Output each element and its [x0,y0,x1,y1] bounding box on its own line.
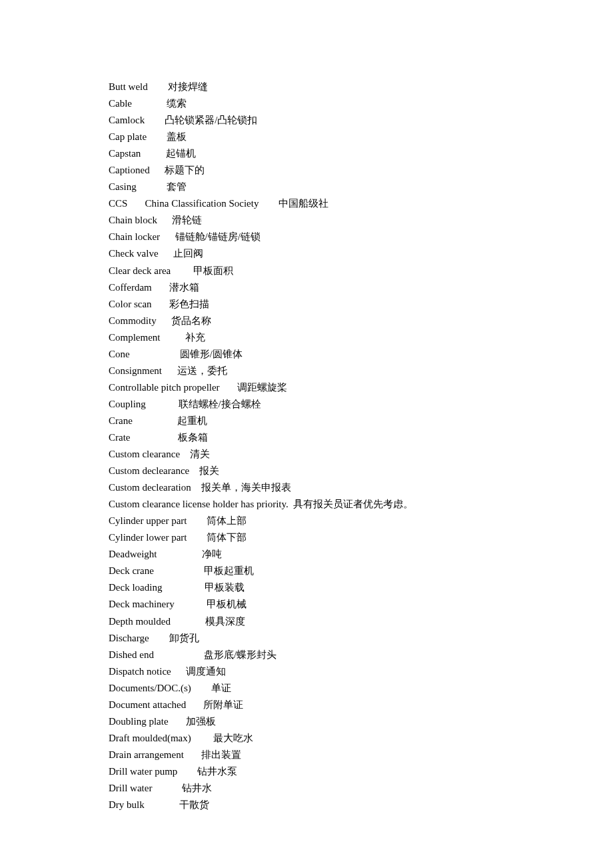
glossary-entry: Cylinder upper part 筒体上部 [109,513,506,529]
glossary-entry: Cylinder lower part 筒体下部 [109,529,506,546]
glossary-entry: Deck machinery 甲板机械 [109,596,506,613]
glossary-entry: Discharge 卸货孔 [109,630,506,647]
glossary-entry: Dished end 盘形底/蝶形封头 [109,647,506,663]
glossary-entry: Crate 板条箱 [109,429,506,446]
glossary-entry: Draft moulded(max) 最大吃水 [109,730,506,747]
glossary-entry: Deck loading 甲板装载 [109,579,506,596]
glossary-entry: Crane 起重机 [109,413,506,429]
glossary-entry: Custom declearation 报关单，海关申报表 [109,479,506,496]
glossary-entry: Dispatch notice 调度通知 [109,663,506,680]
glossary-entry: Butt weld 对接焊缝 [109,79,506,95]
glossary-entry: Chain block 滑轮链 [109,212,506,229]
glossary-entry: Deck crane 甲板起重机 [109,563,506,579]
glossary-entry: Custom clearance license holder has prio… [109,496,506,513]
glossary-entry: Cable 缆索 [109,95,506,112]
glossary-entry: Depth moulded 模具深度 [109,613,506,630]
glossary-entry: Coupling 联结螺栓/接合螺栓 [109,396,506,413]
glossary-entry: Documents/DOC.(s) 单证 [109,680,506,697]
glossary-entry: Dry bulk 干散货 [109,797,506,813]
glossary-entry: Casing 套管 [109,179,506,195]
glossary-entry: Deadweight 净吨 [109,546,506,563]
glossary-list: Butt weld 对接焊缝Cable 缆索Camlock 凸轮锁紧器/凸轮锁扣… [109,79,506,813]
glossary-entry: CCS China Classification Society 中国船级社 [109,195,506,212]
glossary-entry: Clear deck area 甲板面积 [109,263,506,279]
glossary-entry: Doubling plate 加强板 [109,713,506,730]
glossary-entry: Cap plate 盖板 [109,129,506,145]
glossary-entry: Document attached 所附单证 [109,697,506,713]
document-page: Butt weld 对接焊缝Cable 缆索Camlock 凸轮锁紧器/凸轮锁扣… [0,0,613,853]
glossary-entry: Cofferdam 潜水箱 [109,279,506,296]
glossary-entry: Drill water 钻井水 [109,780,506,797]
glossary-entry: Complement 补充 [109,329,506,346]
glossary-entry: Check valve 止回阀 [109,245,506,262]
glossary-entry: Controllable pitch propeller 调距螺旋桨 [109,379,506,396]
glossary-entry: Drain arrangement 排出装置 [109,747,506,763]
glossary-entry: Commodity 货品名称 [109,313,506,329]
glossary-entry: Drill water pump 钻井水泵 [109,763,506,780]
glossary-entry: Capstan 起锚机 [109,145,506,162]
glossary-entry: Captioned 标题下的 [109,162,506,179]
glossary-entry: Consignment 运送，委托 [109,363,506,379]
glossary-entry: Cone 圆锥形/圆锥体 [109,346,506,363]
glossary-entry: Color scan 彩色扫描 [109,296,506,313]
glossary-entry: Custom clearance 清关 [109,446,506,463]
glossary-entry: Camlock 凸轮锁紧器/凸轮锁扣 [109,112,506,129]
glossary-entry: Custom declearance 报关 [109,463,506,479]
glossary-entry: Chain locker 锚链舱/锚链房/链锁 [109,229,506,245]
